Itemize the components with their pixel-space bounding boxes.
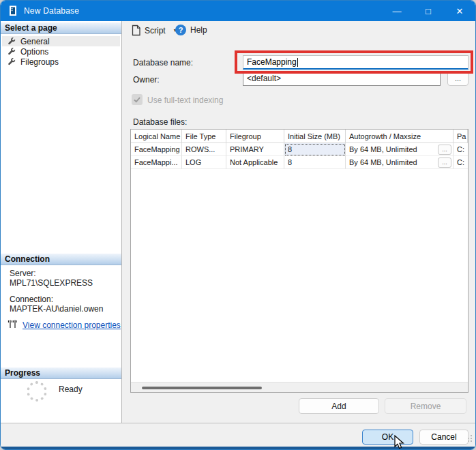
script-label: Script xyxy=(145,26,166,35)
database-files-label: Database files: xyxy=(133,117,187,127)
grid-header-row: Logical Name File Type Filegroup Initial… xyxy=(131,130,468,143)
view-connection-properties-link[interactable]: View connection properties xyxy=(23,320,121,330)
cell-logical-name[interactable]: FaceMapping xyxy=(131,143,182,156)
cell-path[interactable]: C: xyxy=(453,156,468,169)
connection-label: Connection: xyxy=(10,295,53,304)
cell-filegroup[interactable]: PRIMARY xyxy=(226,143,284,156)
progress-spinner-icon xyxy=(27,381,47,402)
owner-label: Owner: xyxy=(133,75,160,85)
column-header: File Type xyxy=(182,130,226,143)
wrench-icon xyxy=(8,47,16,56)
sidebar-item-options[interactable]: Options xyxy=(2,46,120,57)
column-header: Initial Size (MB) xyxy=(284,130,346,143)
script-button[interactable]: Script ▾ xyxy=(131,25,177,36)
maximize-button[interactable]: □ xyxy=(413,1,444,21)
help-button[interactable]: ? Help xyxy=(175,25,207,35)
fulltext-label: Use full-text indexing xyxy=(147,95,223,105)
wrench-icon xyxy=(8,57,16,66)
cell-file-type[interactable]: ROWS... xyxy=(182,143,226,156)
ok-button[interactable]: OK xyxy=(362,430,413,445)
select-page-header: Select a page xyxy=(1,22,121,34)
remove-button: Remove xyxy=(385,398,466,414)
autogrowth-browse-button[interactable]: ... xyxy=(438,158,451,168)
view-connection-properties-row: View connection properties xyxy=(8,319,121,331)
database-name-label: Database name: xyxy=(133,58,193,68)
text-cursor xyxy=(297,58,298,67)
close-button[interactable]: ✕ xyxy=(444,1,475,21)
mouse-cursor xyxy=(393,435,404,450)
autogrowth-value: By 64 MB, Unlimited xyxy=(349,158,417,166)
cancel-button[interactable]: Cancel xyxy=(419,430,468,445)
dialog-icon xyxy=(9,5,18,16)
database-name-value: FaceMapping xyxy=(247,57,297,67)
sidebar-item-filegroups[interactable]: Filegroups xyxy=(2,57,120,67)
help-icon: ? xyxy=(175,25,186,35)
table-row: FaceMappi... LOG Not Applicable 8 By 64 … xyxy=(131,156,468,169)
cell-logical-name[interactable]: FaceMappi... xyxy=(131,156,182,169)
cell-initial-size[interactable]: 8 xyxy=(284,143,346,156)
connection-header: Connection xyxy=(1,254,121,265)
server-label: Server: xyxy=(10,269,36,278)
fulltext-checkbox xyxy=(132,94,143,105)
title-bar: New Database — □ ✕ xyxy=(1,1,475,21)
sidebar-item-general[interactable]: General xyxy=(2,36,120,46)
horizontal-scrollbar[interactable] xyxy=(131,382,468,392)
database-files-grid: Logical Name File Type Filegroup Initial… xyxy=(130,129,468,393)
column-header: Logical Name xyxy=(131,130,182,143)
cell-autogrowth[interactable]: By 64 MB, Unlimited ... xyxy=(346,156,453,169)
scrollbar-thumb[interactable] xyxy=(142,387,262,389)
minimize-button[interactable]: — xyxy=(381,1,413,21)
column-header: Pa xyxy=(453,130,468,143)
script-icon xyxy=(131,25,141,36)
window-title: New Database xyxy=(24,6,79,16)
cell-initial-size[interactable]: 8 xyxy=(284,156,346,169)
owner-value: <default> xyxy=(247,74,281,83)
sidebar-item-label: Filegroups xyxy=(20,57,59,67)
cell-filegroup[interactable]: Not Applicable xyxy=(226,156,284,169)
autogrowth-browse-button[interactable]: ... xyxy=(438,145,451,155)
sidebar-item-label: Options xyxy=(20,47,48,57)
cell-autogrowth[interactable]: By 64 MB, Unlimited ... xyxy=(346,143,453,156)
autogrowth-value: By 64 MB, Unlimited xyxy=(349,145,417,153)
main-panel: Script ▾ ? Help Database name: FaceMappi… xyxy=(122,21,476,424)
table-row: FaceMapping ROWS... PRIMARY 8 By 64 MB, … xyxy=(131,143,468,156)
column-header: Autogrowth / Maxsize xyxy=(346,130,453,143)
progress-header: Progress xyxy=(1,368,121,379)
cell-path[interactable]: C: xyxy=(453,143,468,156)
progress-status: Ready xyxy=(59,385,83,394)
cell-file-type[interactable]: LOG xyxy=(182,156,226,169)
sidebar: Select a page General Options Filegroups… xyxy=(1,21,122,424)
database-name-input[interactable]: FaceMapping xyxy=(243,55,468,70)
new-database-dialog: New Database — □ ✕ Select a page General… xyxy=(0,0,476,450)
server-value: MPL71\SQLEXPRESS xyxy=(10,278,93,288)
add-button[interactable]: Add xyxy=(299,398,379,414)
sidebar-item-label: General xyxy=(20,37,50,46)
connection-properties-icon xyxy=(8,319,18,331)
connection-value: MAPTEK-AU\daniel.owen xyxy=(10,304,103,314)
column-header: Filegroup xyxy=(226,130,284,143)
wrench-icon xyxy=(8,37,16,46)
help-label: Help xyxy=(190,25,207,35)
